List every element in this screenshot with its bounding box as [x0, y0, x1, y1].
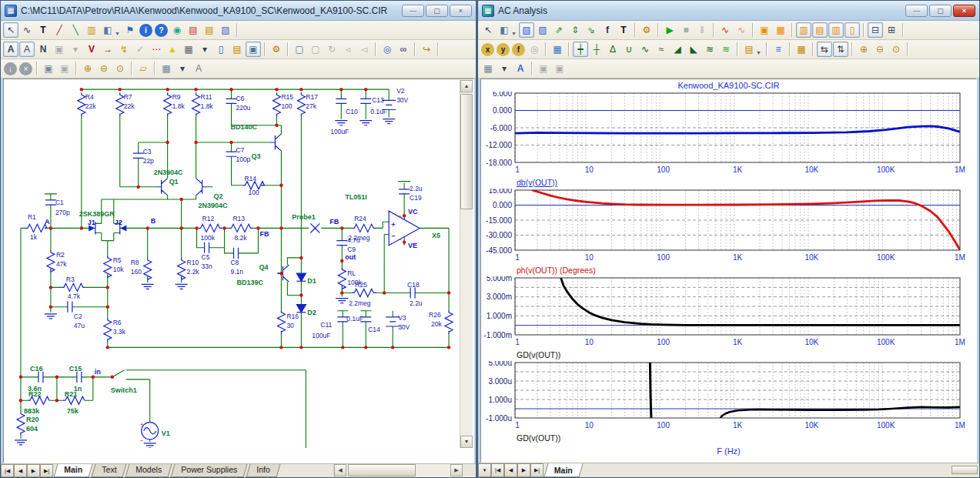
- find-component-icon[interactable]: ◎: [380, 42, 395, 57]
- find-icon[interactable]: ∞: [396, 42, 411, 57]
- show-pin-connections[interactable]: ⋯: [149, 42, 164, 57]
- bus-mode[interactable]: ▥: [84, 22, 99, 38]
- maximize-button[interactable]: ▢: [426, 5, 448, 17]
- text-mode[interactable]: T: [35, 22, 51, 38]
- tab-main[interactable]: Main: [544, 463, 583, 477]
- show-conditions[interactable]: ✓: [132, 42, 148, 57]
- lens-icon[interactable]: ◎: [527, 42, 542, 57]
- zoom-out-icon[interactable]: ⊖: [872, 42, 888, 57]
- diagonal-wire-mode[interactable]: ╲: [68, 22, 83, 38]
- y-axis-icon[interactable]: y: [497, 43, 510, 56]
- show-wire-attribute[interactable]: A: [19, 42, 35, 57]
- flag-mode[interactable]: ⚑: [122, 22, 138, 38]
- dropdown-icon[interactable]: ▼: [756, 46, 761, 60]
- info-mode[interactable]: i: [139, 24, 152, 37]
- sheet-tab-main[interactable]: Main: [54, 464, 93, 477]
- select-region-icon[interactable]: ▢: [292, 42, 307, 57]
- transient-plot-icon[interactable]: ∿: [717, 22, 733, 38]
- page-nav-button[interactable]: ▾: [478, 463, 491, 477]
- page-nav-button[interactable]: ▶|: [530, 463, 544, 477]
- analysis-titlebar[interactable]: ▦ AC Analysis —▢×: [478, 1, 979, 21]
- x-axis-icon[interactable]: x: [481, 43, 494, 56]
- scroll-down-icon[interactable]: ▼: [460, 436, 473, 448]
- text-list-icon[interactable]: ≡: [771, 42, 786, 57]
- page-nav-button[interactable]: ▶: [517, 463, 530, 477]
- navigate-down-icon[interactable]: ↓: [4, 62, 17, 75]
- line-mode[interactable]: ╱: [52, 22, 67, 38]
- family-curves1-icon[interactable]: ≋: [702, 42, 717, 57]
- font-icon[interactable]: A: [191, 61, 206, 76]
- pause-button[interactable]: ‖: [694, 22, 710, 38]
- show-attribute-text[interactable]: A: [3, 42, 18, 57]
- mirror-horizontal-icon[interactable]: ◅: [356, 42, 372, 57]
- properties-icon[interactable]: ⚙: [639, 22, 654, 38]
- close-button[interactable]: ×: [953, 5, 975, 17]
- point-tag-mode[interactable]: ⇘: [584, 22, 599, 38]
- vscroll-thumb[interactable]: [460, 94, 473, 209]
- shapes-icon[interactable]: ◧▼: [497, 22, 512, 38]
- copy-dropdown[interactable]: ▾: [68, 42, 83, 57]
- clear-region-icon[interactable]: ▢: [308, 42, 323, 57]
- tile-dropdown[interactable]: ▾: [175, 61, 190, 76]
- scale-y-mode[interactable]: ⇕: [567, 22, 583, 38]
- page-nav-button[interactable]: ▶: [27, 464, 40, 477]
- scroll-up-icon[interactable]: ▲: [460, 80, 473, 92]
- font-icon[interactable]: A: [513, 61, 528, 76]
- stop-button[interactable]: ■: [678, 22, 694, 38]
- page-nav-button[interactable]: ◀: [14, 464, 27, 477]
- send-to-back-icon[interactable]: ▣: [57, 61, 72, 76]
- cursor-peak-icon[interactable]: ┿: [573, 42, 588, 57]
- grid-dropdown[interactable]: ▾: [197, 42, 212, 57]
- page-nav-button[interactable]: |◀: [1, 464, 14, 477]
- page-nav-button[interactable]: ▶|: [40, 464, 53, 477]
- scale-x-mode[interactable]: ⇗: [551, 22, 567, 38]
- clipboard-icon[interactable]: ▤▼: [741, 42, 757, 57]
- vertical-grid2-icon[interactable]: ▤: [812, 22, 828, 38]
- bring-to-front-icon[interactable]: ▣: [41, 61, 56, 76]
- new-page-icon[interactable]: ▯: [213, 42, 229, 57]
- schematic-canvas[interactable]: +−+−+− R422kR722kR91.8kR111.8kC6220uR151…: [5, 80, 460, 448]
- cursor-inflection-icon[interactable]: ∿: [637, 42, 653, 57]
- plot-panel[interactable]: Kenwood_KA9100-SC.CIR6.0000.000-6.000-12…: [480, 79, 977, 463]
- slope-down-icon[interactable]: ◣: [686, 42, 701, 57]
- chart-plot-3[interactable]: 5.000m3.000m1.000m-1.000m1101001K10K100K…: [481, 276, 974, 347]
- hscroll-thumb[interactable]: [348, 464, 416, 476]
- cursor-high-icon[interactable]: Δ: [605, 42, 620, 57]
- mirror-vertical-icon[interactable]: ◃: [340, 42, 356, 57]
- numeric-output-icon[interactable]: ▦: [794, 42, 809, 57]
- zoom-select-mode[interactable]: ▧: [519, 22, 534, 38]
- zoom-in-icon[interactable]: ⊕: [80, 61, 95, 76]
- cursor-lr-icon[interactable]: ⇆: [817, 42, 832, 57]
- tile-windows-icon[interactable]: ▦: [159, 61, 174, 76]
- maximize-button[interactable]: ▢: [929, 5, 952, 17]
- bring-to-front-icon[interactable]: ▣: [536, 61, 551, 76]
- zoom-in-icon[interactable]: ⊕: [856, 42, 871, 57]
- cursor-low-icon[interactable]: ∪: [621, 42, 637, 57]
- sheet-tab-models[interactable]: Models: [125, 464, 172, 477]
- close-button[interactable]: ×: [450, 5, 472, 17]
- edit-page-icon[interactable]: ▨: [218, 22, 233, 38]
- scroll-left-icon[interactable]: ◀: [334, 464, 346, 476]
- dropdown-icon[interactable]: ▼: [511, 27, 517, 41]
- cursor-ud-icon[interactable]: ⇅: [833, 42, 848, 57]
- region-enable-icon[interactable]: ▤: [202, 22, 217, 38]
- check-model-icon[interactable]: ▤: [186, 22, 201, 38]
- link-mode[interactable]: ◉: [169, 22, 185, 38]
- schematic-hscrollbar[interactable]: ◀ ▶: [333, 464, 476, 477]
- cursor-valley-icon[interactable]: ┼: [589, 42, 604, 57]
- shape-mode[interactable]: ◧▼: [100, 22, 115, 38]
- zoom-100-icon[interactable]: ⊙: [112, 61, 128, 76]
- tile-dropdown[interactable]: ▾: [497, 61, 512, 76]
- show-warnings[interactable]: ▲: [165, 42, 180, 57]
- run-button[interactable]: ▶: [662, 22, 677, 38]
- page-nav-button[interactable]: |◀: [491, 463, 504, 477]
- sheet-tab-power-supplies[interactable]: Power Supplies: [171, 464, 248, 477]
- chart-plot-4[interactable]: 5.000u3.000u1.000u-1.000u1101001K10K100K…: [481, 361, 974, 430]
- chart-plot-1[interactable]: 6.0000.000-6.000-12.000-18.0001101001K10…: [481, 92, 974, 175]
- vertical-grid3-icon[interactable]: ▥: [828, 22, 844, 38]
- minimize-button[interactable]: —: [402, 5, 424, 17]
- select-mode[interactable]: ↖: [480, 22, 496, 38]
- close-circle-icon[interactable]: ×: [19, 62, 32, 75]
- crosshair-icon[interactable]: ⊞: [884, 22, 899, 38]
- pan-mode[interactable]: ▨: [535, 22, 550, 38]
